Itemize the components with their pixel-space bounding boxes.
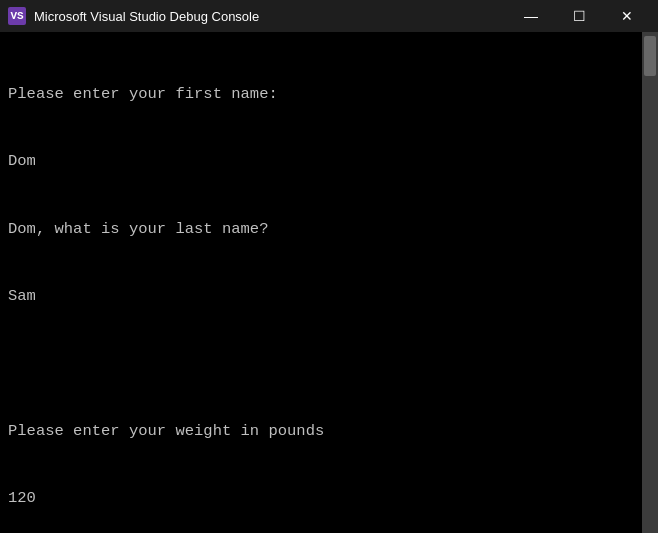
line-prompt-last: Dom, what is your last name? (8, 218, 634, 240)
minimize-button[interactable]: — (508, 0, 554, 32)
console-wrapper: Please enter your first name: Dom Dom, w… (0, 32, 658, 533)
window-controls: — ☐ ✕ (508, 0, 650, 32)
line-prompt-weight: Please enter your weight in pounds (8, 420, 634, 442)
app-icon: VS (8, 7, 26, 25)
close-button[interactable]: ✕ (604, 0, 650, 32)
scrollbar[interactable] (642, 32, 658, 533)
line-input-name: Dom (8, 150, 634, 172)
maximize-button[interactable]: ☐ (556, 0, 602, 32)
line-prompt-name: Please enter your first name: (8, 83, 634, 105)
line-blank-1 (8, 353, 634, 375)
scrollbar-thumb[interactable] (644, 36, 656, 76)
console-output: Please enter your first name: Dom Dom, w… (0, 32, 642, 533)
window-title: Microsoft Visual Studio Debug Console (34, 9, 508, 24)
title-bar: VS Microsoft Visual Studio Debug Console… (0, 0, 658, 32)
line-input-last: Sam (8, 285, 634, 307)
line-input-weight: 120 (8, 487, 634, 509)
